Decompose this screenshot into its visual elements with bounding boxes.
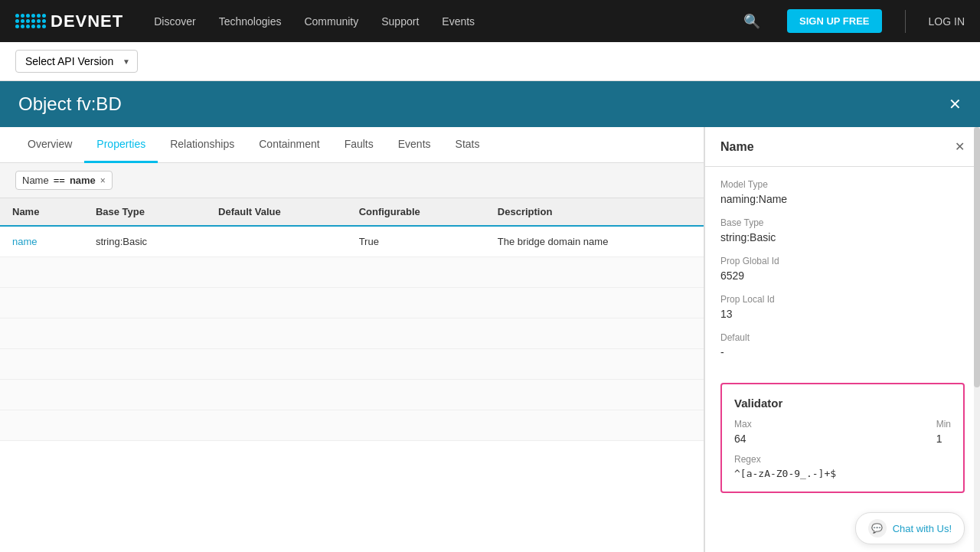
cell-default-value	[206, 226, 347, 257]
col-default-value: Default Value	[206, 198, 347, 226]
table-row-empty-5	[0, 380, 704, 410]
filter-tag: Name == name ×	[15, 171, 113, 190]
nav-divider	[905, 10, 906, 33]
nav-events[interactable]: Events	[442, 11, 475, 31]
validator-title: Validator	[734, 397, 951, 410]
logo-area: DEVNET	[15, 11, 123, 31]
col-description: Description	[485, 198, 704, 226]
prop-global-id-value: 6529	[720, 269, 965, 282]
nav-community[interactable]: Community	[304, 11, 358, 31]
scroll-thumb	[974, 127, 980, 387]
top-navigation: DEVNET Discover Technologies Community S…	[0, 0, 980, 42]
filter-value: name	[70, 175, 96, 186]
right-panel: Name ✕ Model Type naming:Name Base Type …	[704, 127, 980, 552]
cell-name[interactable]: name	[0, 226, 83, 257]
cell-configurable: True	[347, 226, 485, 257]
validator-max-label: Max	[734, 419, 752, 430]
login-button[interactable]: LOG IN	[929, 15, 965, 28]
validator-min-value: 1	[936, 433, 951, 445]
base-type-label: Base Type	[720, 217, 965, 228]
prop-local-id-row: Prop Local Id 13	[720, 294, 965, 320]
col-configurable: Configurable	[347, 198, 485, 226]
cisco-dots-icon	[15, 14, 46, 28]
table-row-empty-6	[0, 410, 704, 441]
scroll-indicator[interactable]	[974, 127, 980, 552]
filter-remove-button[interactable]: ×	[100, 175, 106, 186]
cell-description: The bridge domain name	[485, 226, 704, 257]
table-row-empty-3	[0, 318, 704, 349]
model-type-value: naming:Name	[720, 193, 965, 205]
cisco-logo: DEVNET	[15, 11, 123, 31]
right-panel-header: Name ✕	[705, 127, 980, 167]
right-panel-close-button[interactable]: ✕	[955, 139, 965, 154]
signup-button[interactable]: SIGN UP FREE	[787, 9, 882, 33]
api-version-bar: Select API Version	[0, 42, 980, 81]
validator-regex-value: ^[a-zA-Z0-9_.-]+$	[734, 468, 951, 479]
chat-widget[interactable]: 💬 Chat with Us!	[855, 512, 965, 544]
chat-text: Chat with Us!	[893, 523, 952, 534]
api-select-wrapper[interactable]: Select API Version	[15, 50, 138, 73]
table-row-empty-1	[0, 257, 704, 288]
validator-max-col: Max 64	[734, 419, 752, 445]
tab-properties[interactable]: Properties	[84, 127, 158, 163]
properties-table-container: Name Base Type Default Value Configurabl…	[0, 198, 704, 441]
search-icon[interactable]: 🔍	[740, 9, 764, 34]
base-type-row: Base Type string:Basic	[720, 217, 965, 243]
brand-name: DEVNET	[51, 11, 123, 31]
model-type-label: Model Type	[720, 179, 965, 190]
default-row: Default -	[720, 332, 965, 358]
tab-relationships[interactable]: Relationships	[158, 127, 247, 163]
tab-containment[interactable]: Containment	[247, 127, 332, 163]
table-row: name string:Basic True The bridge domain…	[0, 226, 704, 257]
filter-bar: Name == name ×	[0, 163, 704, 198]
model-type-row: Model Type naming:Name	[720, 179, 965, 205]
base-type-value: string:Basic	[720, 231, 965, 243]
api-version-select[interactable]: Select API Version	[15, 50, 138, 73]
prop-global-id-row: Prop Global Id 6529	[720, 256, 965, 282]
nav-discover[interactable]: Discover	[154, 11, 195, 31]
chat-icon: 💬	[868, 519, 887, 537]
tab-overview[interactable]: Overview	[15, 127, 84, 163]
tab-faults[interactable]: Faults	[332, 127, 386, 163]
main-content: Overview Properties Relationships Contai…	[0, 127, 980, 552]
col-base-type: Base Type	[83, 198, 206, 226]
table-row-empty-4	[0, 349, 704, 380]
default-label: Default	[720, 332, 965, 343]
validator-regex-label: Regex	[734, 454, 951, 465]
tabs-bar: Overview Properties Relationships Contai…	[0, 127, 704, 163]
left-panel: Overview Properties Relationships Contai…	[0, 127, 704, 552]
validator-max-value: 64	[734, 433, 752, 445]
prop-local-id-value: 13	[720, 308, 965, 320]
name-link[interactable]: name	[12, 236, 38, 247]
object-header: Object fv:BD ✕	[0, 81, 980, 127]
prop-global-id-label: Prop Global Id	[720, 256, 965, 266]
nav-support[interactable]: Support	[381, 11, 419, 31]
validator-min-col: Min 1	[936, 419, 951, 445]
nav-technologies[interactable]: Technologies	[219, 11, 282, 31]
filter-operator: ==	[54, 175, 65, 186]
tab-events[interactable]: Events	[386, 127, 443, 163]
properties-table: Name Base Type Default Value Configurabl…	[0, 198, 704, 441]
info-section: Model Type naming:Name Base Type string:…	[705, 167, 980, 383]
validator-box: Validator Max 64 Min 1 Regex ^[a-zA-Z0-9…	[720, 383, 965, 493]
object-title: Object fv:BD	[18, 93, 122, 115]
validator-minmax-row: Max 64 Min 1	[734, 419, 951, 445]
object-close-button[interactable]: ✕	[949, 95, 962, 113]
validator-regex-section: Regex ^[a-zA-Z0-9_.-]+$	[734, 454, 951, 479]
default-value: -	[720, 346, 965, 358]
cell-base-type: string:Basic	[83, 226, 206, 257]
tab-stats[interactable]: Stats	[443, 127, 492, 163]
filter-label: Name	[22, 175, 49, 186]
table-row-empty-2	[0, 288, 704, 318]
right-panel-title: Name	[720, 140, 754, 154]
col-name: Name	[0, 198, 83, 226]
prop-local-id-label: Prop Local Id	[720, 294, 965, 305]
validator-min-label: Min	[936, 419, 951, 430]
